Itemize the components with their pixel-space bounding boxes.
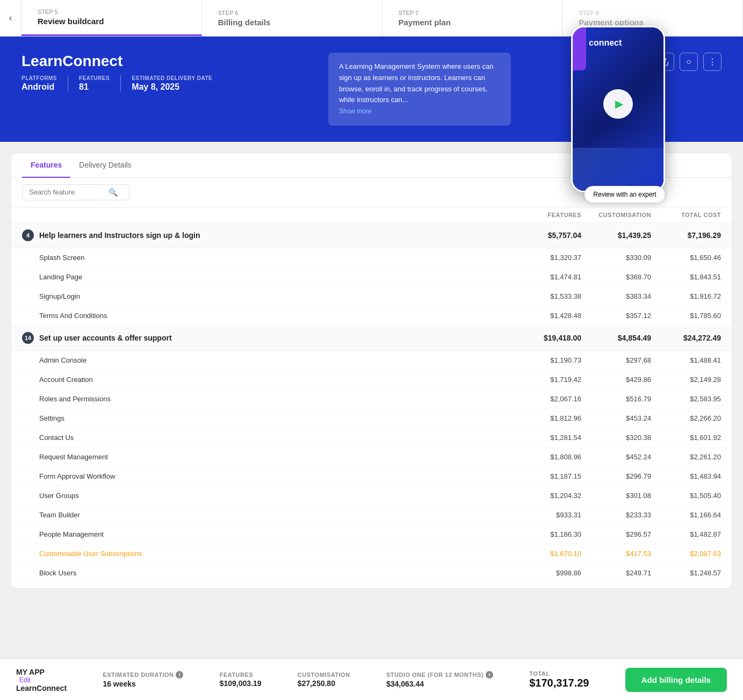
- hero-description: A Learning Management System where users…: [328, 53, 511, 126]
- phone-screen: connect: [573, 27, 663, 191]
- nav-step-7[interactable]: STEP 7 Payment plan: [383, 0, 563, 36]
- feature-name: Team Builder: [39, 511, 511, 519]
- feature-total-cost: $1,248.57: [651, 569, 721, 577]
- feature-features-cost: $1,719.42: [511, 376, 581, 384]
- group-total-cost: $24,272.49: [651, 334, 721, 342]
- feature-features-cost: $1,670.10: [511, 550, 581, 558]
- table-row[interactable]: Team Builder $933.31 $233.33 $1,166.64: [11, 506, 732, 525]
- delivery-meta: ESTIMATED DELIVERY DATE May 8, 2025: [132, 75, 223, 92]
- feature-total-cost: $1,601.92: [651, 434, 721, 442]
- search-icon: 🔍: [109, 188, 118, 197]
- phone-mockup: connect: [571, 26, 665, 192]
- table-scroll-area[interactable]: 4 Help learners and Instructors sign up …: [11, 223, 732, 588]
- feature-name: Roles and Permissions: [39, 395, 511, 403]
- table-row[interactable]: User Groups $1,204.32 $301.08 $1,505.40: [11, 486, 732, 506]
- platform-meta: PLATFORMS Android: [21, 75, 68, 92]
- table-row[interactable]: Terms And Conditions $1,428.48 $357.12 $…: [11, 306, 732, 326]
- hero-meta: PLATFORMS Android FEATURES 81 ESTIMATED …: [21, 75, 234, 92]
- table-row[interactable]: Request Management $1,808.96 $452.24 $2,…: [11, 448, 732, 467]
- feature-customisation-cost: $301.08: [581, 492, 651, 500]
- feature-customisation-cost: $233.33: [581, 511, 651, 519]
- app-title: LearnConnect: [21, 53, 234, 70]
- delivery-label: ESTIMATED DELIVERY DATE: [132, 75, 212, 81]
- tab-delivery[interactable]: Delivery Details: [70, 153, 140, 178]
- feature-customisation-cost: $357.12: [581, 312, 651, 320]
- feature-name: Terms And Conditions: [39, 312, 511, 320]
- feature-features-cost: $998.86: [511, 569, 581, 577]
- feature-total-cost: $1,650.46: [651, 254, 721, 262]
- feature-total-cost: $2,583.95: [651, 395, 721, 403]
- play-button[interactable]: [603, 89, 633, 119]
- hero-left: LearnConnect PLATFORMS Android FEATURES …: [21, 53, 234, 92]
- feature-name: Admin Console: [39, 356, 511, 364]
- feature-name: Form Approval Workflow: [39, 472, 511, 480]
- table-row[interactable]: Splash Screen $1,320.37 $330.09 $1,650.4…: [11, 248, 732, 268]
- table-row[interactable]: Account Creation $1,719.42 $429.86 $2,14…: [11, 370, 732, 389]
- group-features-cost: $19,418.00: [511, 334, 581, 342]
- delivery-value: May 8, 2025: [132, 82, 212, 92]
- hero-section: LearnConnect PLATFORMS Android FEATURES …: [0, 37, 743, 142]
- feature-customisation-cost: $297.68: [581, 356, 651, 364]
- table-row[interactable]: CV/Resume Candidate Management $1,192.13…: [11, 583, 732, 588]
- features-meta-label: FEATURES: [79, 75, 110, 81]
- table-row[interactable]: Admin Console $1,190.73 $297.68 $1,488.4…: [11, 351, 732, 370]
- feature-features-cost: $2,067.16: [511, 395, 581, 403]
- more-options-button[interactable]: ⋮: [703, 53, 722, 71]
- feature-features-cost: $1,808.96: [511, 453, 581, 461]
- features-meta-value: 81: [79, 82, 110, 92]
- feature-features-cost: $1,187.15: [511, 472, 581, 480]
- feature-features-cost: $1,474.81: [511, 273, 581, 281]
- step-8-title: Payment options: [579, 18, 726, 27]
- col-header-customisation: CUSTOMISATION: [581, 212, 651, 218]
- table-row[interactable]: Signup/Login $1,533.38 $383.34 $1,916.72: [11, 287, 732, 306]
- table-row[interactable]: People Management $1,186.30 $296.57 $1,4…: [11, 525, 732, 544]
- group-customisation-cost: $4,854.49: [581, 334, 651, 342]
- group-badge: 14: [22, 332, 34, 344]
- feature-group-header: 14 Set up user accounts & offer support …: [11, 326, 732, 351]
- feature-group-header: 4 Help learners and Instructors sign up …: [11, 223, 732, 248]
- show-more-link[interactable]: Show more: [339, 107, 372, 115]
- group-name: 14 Set up user accounts & offer support: [22, 332, 511, 344]
- feature-total-cost: $2,087.63: [651, 550, 721, 558]
- tab-features[interactable]: Features: [22, 153, 70, 178]
- review-expert-button[interactable]: Review with an expert: [584, 186, 665, 203]
- phone-purple-bar: [573, 27, 586, 70]
- feature-customisation-cost: $320.38: [581, 434, 651, 442]
- table-row[interactable]: Contact Us $1,281.54 $320.38 $1,601.92: [11, 428, 732, 448]
- table-row[interactable]: Customisable User Subscriptions $1,670.1…: [11, 544, 732, 564]
- group-name: 4 Help learners and Instructors sign up …: [22, 229, 511, 241]
- table-row[interactable]: Landing Page $1,474.81 $368.70 $1,843.51: [11, 268, 732, 287]
- table-row[interactable]: Settings $1,812.96 $453.24 $2,266.20: [11, 409, 732, 428]
- step-6-label: STEP 6: [218, 10, 366, 16]
- feature-total-cost: $2,261.20: [651, 453, 721, 461]
- feature-features-cost: $1,812.96: [511, 414, 581, 422]
- feature-features-cost: $933.31: [511, 511, 581, 519]
- search-input[interactable]: [29, 188, 104, 196]
- feature-total-cost: $1,166.64: [651, 511, 721, 519]
- group-badge: 4: [22, 229, 34, 241]
- table-row[interactable]: Form Approval Workflow $1,187.15 $296.79…: [11, 467, 732, 486]
- feature-name: Landing Page: [39, 273, 511, 281]
- feature-features-cost: $1,428.48: [511, 312, 581, 320]
- feature-customisation-cost: $249.71: [581, 569, 651, 577]
- left-panel: Features Delivery Details 🔍 FEATURES CUS…: [11, 153, 732, 589]
- table-row[interactable]: Roles and Permissions $2,067.16 $516.79 …: [11, 389, 732, 409]
- feature-features-cost: $1,320.37: [511, 254, 581, 262]
- feature-total-cost: $1,505.40: [651, 492, 721, 500]
- table-header: FEATURES CUSTOMISATION TOTAL COST: [11, 207, 732, 223]
- feature-customisation-cost: $330.09: [581, 254, 651, 262]
- feature-name: Customisable User Subscriptions: [39, 550, 511, 558]
- step-7-label: STEP 7: [399, 10, 546, 16]
- nav-step-6[interactable]: STEP 6 Billing details: [202, 0, 383, 36]
- feature-customisation-cost: $452.24: [581, 453, 651, 461]
- nav-step-5[interactable]: STEP 5 Review buildcard: [21, 0, 202, 36]
- group-customisation-cost: $1,439.25: [581, 231, 651, 240]
- search-input-wrap[interactable]: 🔍: [22, 184, 129, 200]
- back-button[interactable]: ‹: [0, 0, 21, 36]
- feature-total-cost: $2,266.20: [651, 414, 721, 422]
- group-total-cost: $7,196.29: [651, 231, 721, 240]
- circle-button[interactable]: ○: [680, 53, 698, 71]
- table-row[interactable]: Block Users $998.86 $249.71 $1,248.57: [11, 564, 732, 583]
- feature-total-cost: $1,785.60: [651, 312, 721, 320]
- step-5-label: STEP 5: [38, 9, 185, 15]
